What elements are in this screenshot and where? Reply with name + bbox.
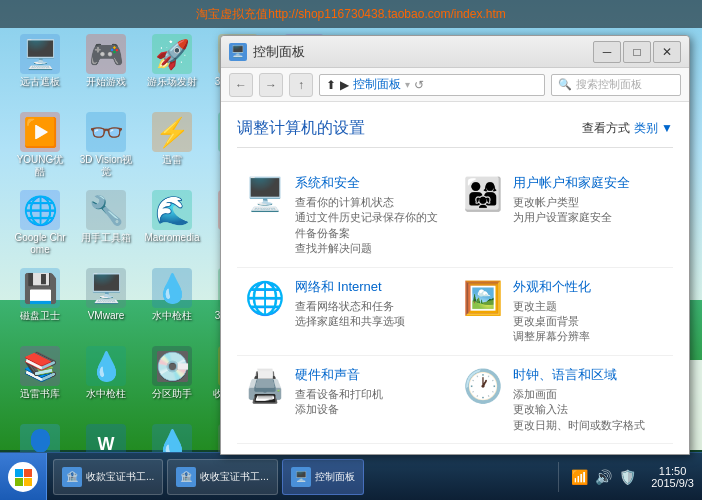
taskbar-item-3[interactable]: 🖥️ 控制面板: [282, 459, 364, 495]
taskbar-item-label-2: 收收宝证书工...: [200, 470, 268, 484]
user-accounts-title[interactable]: 用户帐户和家庭安全: [513, 174, 665, 192]
icon-label-21: 迅雷书库: [20, 388, 60, 400]
main-content: 调整计算机的设置 查看方式 类别 ▼ 🖥️ 系统和安全 查看你的计算机状态通过文…: [221, 102, 689, 454]
icon-img-21: 📚: [20, 346, 60, 386]
categories-grid: 🖥️ 系统和安全 查看你的计算机状态通过文件历史记录保存你的文件备份备案查找并解…: [237, 164, 673, 454]
close-button[interactable]: ✕: [653, 41, 681, 63]
desktop-icon-2[interactable]: 🎮 开始游戏: [74, 30, 138, 106]
desktop-icon-12[interactable]: 🔧 用手工具箱: [74, 186, 138, 262]
desktop-icon-1[interactable]: 🖥️ 远古遮板: [8, 30, 72, 106]
icon-img-3: 🚀: [152, 34, 192, 74]
icon-img-22: 💧: [86, 346, 126, 386]
icon-label-3: 游乐场发射: [147, 76, 197, 88]
icon-img-2: 🎮: [86, 34, 126, 74]
appearance-title[interactable]: 外观和个性化: [513, 278, 665, 296]
refresh-icon[interactable]: ↺: [414, 78, 424, 92]
desktop-icon-21[interactable]: 📚 迅雷书库: [8, 342, 72, 418]
appearance-icon: 🖼️: [463, 278, 503, 318]
hardware-icon: 🖨️: [245, 366, 285, 406]
taskbar-clock[interactable]: 11:50 2015/9/3: [643, 465, 702, 489]
icon-label-11: Google Chrome: [12, 232, 68, 256]
category-ease-access[interactable]: ♿ 轻松使用 使用 Windows 建议的设置: [455, 444, 673, 454]
network-title[interactable]: 网络和 Internet: [295, 278, 447, 296]
icon-img-7: 👓: [86, 112, 126, 152]
back-button[interactable]: ←: [229, 73, 253, 97]
taskbar-item-2[interactable]: 🏦 收收宝证书工...: [167, 459, 277, 495]
svg-rect-0: [15, 469, 23, 477]
desktop-icon-17[interactable]: 🖥️ VMware: [74, 264, 138, 340]
icon-img-16: 💾: [20, 268, 60, 308]
taskbar: 🏦 收款宝证书工... 🏦 收收宝证书工... 🖥️ 控制面板 📶 🔊 🛡️ 1…: [0, 452, 702, 500]
taskbar-item-icon-3: 🖥️: [291, 467, 311, 487]
network-icon: 🌐: [245, 278, 285, 318]
network-tray-icon[interactable]: 📶: [569, 467, 589, 487]
antivirus-tray-icon[interactable]: 🛡️: [617, 467, 637, 487]
address-separator: ▶: [340, 78, 349, 92]
desktop-icon-6[interactable]: ▶️ YOUNG优酷: [8, 108, 72, 184]
hardware-text: 硬件和声音 查看设备和打印机添加设备: [295, 366, 447, 418]
forward-button[interactable]: →: [259, 73, 283, 97]
icon-label-12: 用手工具箱: [81, 232, 131, 244]
icon-label-8: 迅雷: [162, 154, 182, 166]
category-network[interactable]: 🌐 网络和 Internet 查看网络状态和任务选择家庭组和共享选项: [237, 268, 455, 356]
taskbar-item-icon-1: 🏦: [62, 467, 82, 487]
desktop-icon-8[interactable]: ⚡ 迅雷: [140, 108, 204, 184]
desktop-icon-13[interactable]: 🌊 Macromedia: [140, 186, 204, 262]
taskbar-separator: [558, 462, 559, 492]
category-programs[interactable]: 📦 程序 卸载程序: [237, 444, 455, 454]
system-security-title[interactable]: 系统和安全: [295, 174, 447, 192]
icon-img-6: ▶️: [20, 112, 60, 152]
datetime-desc: 添加画面更改输入法更改日期、时间或数字格式: [513, 387, 665, 433]
desktop-icon-18[interactable]: 💧 水中枪柱: [140, 264, 204, 340]
up-button[interactable]: ↑: [289, 73, 313, 97]
control-panel-window: 🖥️ 控制面板 ─ □ ✕ ← → ↑ ⬆ ▶ 控制面板 ▾ ↺ 🔍 搜索控制面…: [220, 35, 690, 455]
desktop-icon-3[interactable]: 🚀 游乐场发射: [140, 30, 204, 106]
address-input[interactable]: ⬆ ▶ 控制面板 ▾ ↺: [319, 74, 545, 96]
user-accounts-text: 用户帐户和家庭安全 更改帐户类型为用户设置家庭安全: [513, 174, 665, 226]
category-system-security[interactable]: 🖥️ 系统和安全 查看你的计算机状态通过文件历史记录保存你的文件备份备案查找并解…: [237, 164, 455, 268]
category-datetime[interactable]: 🕐 时钟、语言和区域 添加画面更改输入法更改日期、时间或数字格式: [455, 356, 673, 444]
desktop-icon-7[interactable]: 👓 3D Vision视觉: [74, 108, 138, 184]
icon-img-18: 💧: [152, 268, 192, 308]
category-link[interactable]: 类别 ▼: [634, 120, 673, 137]
search-box[interactable]: 🔍 搜索控制面板: [551, 74, 681, 96]
hardware-title[interactable]: 硬件和声音: [295, 366, 447, 384]
category-hardware[interactable]: 🖨️ 硬件和声音 查看设备和打印机添加设备: [237, 356, 455, 444]
appearance-text: 外观和个性化 更改主题更改桌面背景调整屏幕分辨率: [513, 278, 665, 345]
desktop-icon-16[interactable]: 💾 磁盘卫士: [8, 264, 72, 340]
search-placeholder: 搜索控制面板: [576, 77, 642, 92]
clock-time: 11:50: [651, 465, 694, 477]
banner-text: 淘宝虚拟充值http://shop116730438.taobao.com/in…: [196, 6, 506, 23]
taskbar-item-label-3: 控制面板: [315, 470, 355, 484]
network-text: 网络和 Internet 查看网络状态和任务选择家庭组和共享选项: [295, 278, 447, 330]
maximize-button[interactable]: □: [623, 41, 651, 63]
taskbar-item-label-1: 收款宝证书工...: [86, 470, 154, 484]
taskbar-item-1[interactable]: 🏦 收款宝证书工...: [53, 459, 163, 495]
category-user-accounts[interactable]: 👨‍👩‍👧 用户帐户和家庭安全 更改帐户类型为用户设置家庭安全: [455, 164, 673, 268]
datetime-icon: 🕐: [463, 366, 503, 406]
icon-label-17: VMware: [88, 310, 125, 322]
desktop-icon-22[interactable]: 💧 水中枪柱: [74, 342, 138, 418]
minimize-button[interactable]: ─: [593, 41, 621, 63]
icon-label-22: 水中枪柱: [86, 388, 126, 400]
desktop-icon-23[interactable]: 💽 分区助手: [140, 342, 204, 418]
window-title-icon: 🖥️: [229, 43, 247, 61]
category-appearance[interactable]: 🖼️ 外观和个性化 更改主题更改桌面背景调整屏幕分辨率: [455, 268, 673, 356]
start-button[interactable]: [0, 453, 47, 500]
icon-label-1: 远古遮板: [20, 76, 60, 88]
address-dropdown[interactable]: ▾: [405, 79, 410, 90]
start-icon: [8, 462, 38, 492]
datetime-title[interactable]: 时钟、语言和区域: [513, 366, 665, 384]
appearance-desc: 更改主题更改桌面背景调整屏幕分辨率: [513, 299, 665, 345]
view-options: 查看方式 类别 ▼: [582, 120, 673, 137]
window-content: 调整计算机的设置 查看方式 类别 ▼ 🖥️ 系统和安全 查看你的计算机状态通过文…: [221, 102, 689, 454]
search-icon: 🔍: [558, 78, 572, 91]
icon-img-8: ⚡: [152, 112, 192, 152]
desktop-icon-11[interactable]: 🌐 Google Chrome: [8, 186, 72, 262]
icon-label-2: 开始游戏: [86, 76, 126, 88]
icon-label-23: 分区助手: [152, 388, 192, 400]
icon-label-18: 水中枪柱: [152, 310, 192, 322]
top-banner: 淘宝虚拟充值http://shop116730438.taobao.com/in…: [0, 0, 702, 28]
volume-tray-icon[interactable]: 🔊: [593, 467, 613, 487]
svg-rect-3: [24, 478, 32, 486]
